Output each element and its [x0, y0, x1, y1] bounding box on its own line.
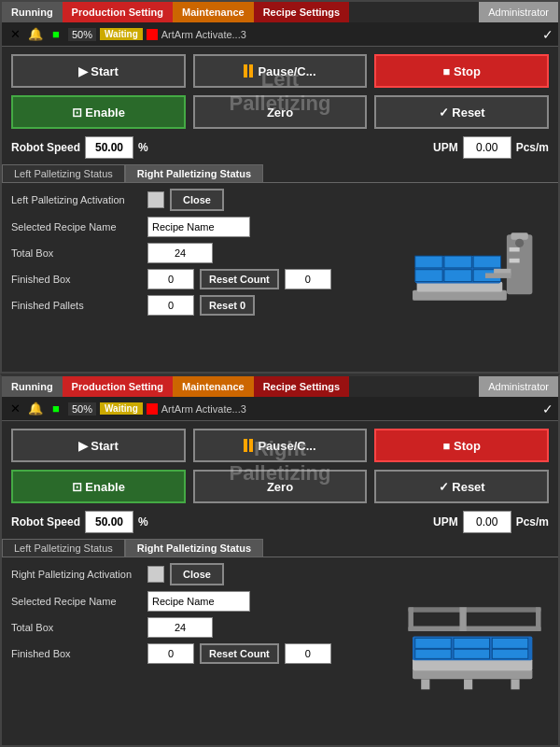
enable-button-2[interactable]: ⊡ Enable	[11, 470, 186, 503]
recipe-value-2: Recipe Name	[147, 591, 250, 612]
reset0-button-1[interactable]: Reset 0	[200, 295, 255, 316]
zero-button-2[interactable]: Zero	[193, 470, 368, 503]
upm-input-2[interactable]	[463, 511, 511, 533]
nav-production-1[interactable]: Production Setting	[63, 2, 173, 22]
tabs-row-1: Left Palletizing Status Right Palletizin…	[2, 164, 558, 183]
finishedbox-label-2: Finished Box	[11, 648, 142, 659]
svg-rect-24	[492, 638, 528, 648]
start-button-2[interactable]: ▶ Start	[11, 429, 186, 462]
tab-left-1[interactable]: Left Palletizing Status	[2, 164, 125, 182]
status-bar-1: ✕ 🔔 ■ 50% Waiting ArtArm Activate...3 ✓	[2, 22, 558, 47]
upm-label-1: UPM	[433, 141, 458, 154]
svg-rect-32	[459, 607, 466, 631]
close-button-1[interactable]: Close	[170, 189, 224, 211]
status-icon-green-2: ■	[48, 401, 64, 417]
top-bar-2: Running Production Setting Maintenance R…	[2, 376, 558, 397]
svg-rect-28	[408, 626, 540, 631]
status-icon-x-2: ✕	[7, 401, 23, 417]
speed-unit-1: %	[138, 141, 148, 154]
nav-production-2[interactable]: Production Setting	[63, 376, 173, 397]
svg-rect-14	[509, 259, 519, 263]
activation-checkbox-2[interactable]	[147, 566, 164, 583]
status-check-1: ✓	[542, 27, 553, 42]
svg-rect-5	[473, 256, 500, 268]
svg-rect-31	[536, 607, 541, 631]
reset-count-value-1: 0	[285, 269, 331, 289]
pause-icon-2	[244, 439, 253, 452]
stop-button-2[interactable]: ■ Stop	[374, 429, 549, 462]
pause-button-2[interactable]: Pause/C...	[193, 429, 368, 462]
tab-right-2[interactable]: Right Palletizing Status	[125, 539, 263, 557]
pause-button-1[interactable]: Pause/C...	[193, 54, 368, 88]
start-button-1[interactable]: ▶ Start	[11, 54, 186, 88]
totalbox-label-1: Total Box	[11, 247, 142, 259]
status-icon-bell-1: 🔔	[27, 26, 44, 43]
pallets-value-1: 0	[147, 295, 194, 316]
speed-input-1[interactable]	[85, 136, 133, 159]
status-bar-2: ✕ 🔔 ■ 50% Waiting ArtArm Activate...3 ✓	[2, 397, 558, 421]
svg-rect-29	[408, 607, 540, 613]
machine-image-1	[399, 189, 549, 366]
svg-rect-4	[443, 256, 470, 268]
stop-button-1[interactable]: ■ Stop	[374, 54, 549, 88]
svg-rect-18	[421, 679, 429, 689]
pause-icon-1	[244, 64, 253, 78]
recipe-label-1: Selected Recipe Name	[11, 221, 142, 233]
finishedbox-label-1: Finished Box	[11, 274, 142, 285]
reset-button-1[interactable]: ✓ Reset	[374, 95, 549, 129]
svg-rect-12	[484, 273, 511, 278]
tabs-row-2: Left Palletizing Status Right Palletizin…	[2, 539, 558, 557]
machine-svg-1	[402, 226, 547, 329]
speed-input-2[interactable]	[85, 511, 133, 533]
svg-rect-13	[509, 247, 519, 252]
svg-rect-3	[414, 256, 441, 268]
status-content-2: Right Palletizing Activation Close Selec…	[2, 557, 558, 745]
status-fields-2: Right Palletizing Activation Close Selec…	[11, 563, 390, 740]
recipe-row-1: Selected Recipe Name Recipe Name	[11, 217, 390, 237]
status-running-1: Running	[2, 2, 63, 22]
recipe-row-2: Selected Recipe Name Recipe Name	[11, 591, 390, 612]
svg-rect-22	[414, 638, 451, 648]
enable-button-1[interactable]: ⊡ Enable	[11, 95, 186, 129]
close-button-2[interactable]: Close	[170, 563, 224, 585]
svg-rect-25	[414, 649, 451, 658]
speed-unit-2: %	[138, 515, 148, 529]
totalbox-label-2: Total Box	[11, 622, 142, 633]
svg-rect-19	[464, 679, 472, 689]
nav-maintenance-2[interactable]: Maintenance	[173, 376, 254, 397]
status-fields-1: Left Palletizing Activation Close Select…	[11, 189, 390, 366]
finishedbox-row-2: Finished Box 0 Reset Count 0	[11, 643, 390, 664]
upm-input-1[interactable]	[463, 136, 511, 159]
status-percent-1: 50%	[68, 28, 96, 41]
tab-left-2[interactable]: Left Palletizing Status	[2, 539, 125, 557]
activation-row-2: Right Palletizing Activation Close	[11, 563, 390, 585]
speed-label-2: Robot Speed	[11, 515, 80, 529]
nav-recipe-2[interactable]: Recipe Settings	[254, 376, 350, 397]
finishedbox-row-1: Finished Box 0 Reset Count 0	[11, 269, 390, 289]
tab-right-1[interactable]: Right Palletizing Status	[125, 164, 263, 182]
status-red-square-1	[147, 29, 158, 40]
status-icon-green-1: ■	[48, 26, 64, 43]
reset-count-value-2: 0	[285, 643, 331, 664]
reset-button-2[interactable]: ✓ Reset	[374, 470, 549, 503]
top-bar-1: Running Production Setting Maintenance R…	[2, 2, 558, 22]
reset-count-button-1[interactable]: Reset Count	[200, 269, 279, 289]
activation-checkbox-1[interactable]	[147, 191, 164, 208]
nav-recipe-1[interactable]: Recipe Settings	[254, 2, 350, 22]
activation-label-1: Left Palletizing Activation	[11, 194, 142, 205]
status-content-1: Left Palletizing Activation Close Select…	[2, 183, 558, 372]
panel-top: Running Production Setting Maintenance R…	[0, 0, 560, 374]
pcs-unit-1: Pcs/m	[516, 141, 549, 154]
svg-rect-20	[511, 679, 519, 689]
svg-rect-17	[413, 658, 532, 670]
panel-bottom: Running Production Setting Maintenance R…	[0, 374, 560, 747]
zero-button-1[interactable]: Zero	[193, 95, 368, 129]
nav-maintenance-1[interactable]: Maintenance	[173, 2, 254, 22]
svg-point-15	[515, 239, 524, 247]
reset-count-button-2[interactable]: Reset Count	[200, 643, 279, 664]
nav-admin-2: Administrator	[479, 376, 558, 397]
status-waiting-1: Waiting	[100, 28, 143, 40]
totalbox-value-2: 24	[147, 617, 213, 638]
totalbox-row-1: Total Box 24	[11, 243, 390, 263]
pcs-unit-2: Pcs/m	[516, 515, 549, 529]
